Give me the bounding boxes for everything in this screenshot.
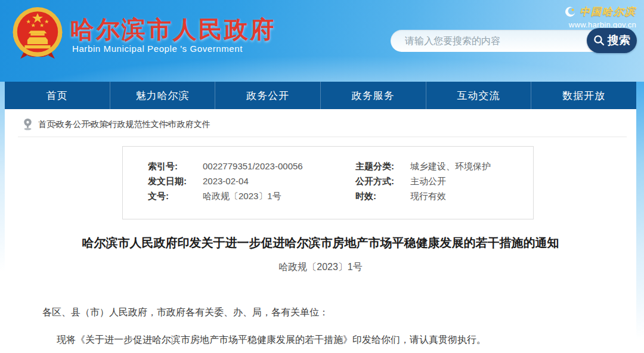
left-background-strip [0,82,5,353]
main-nav: 首页 魅力哈尔滨 政务公开 政务服务 互动交流 数据开放 [5,82,636,109]
meta-value: 2023-02-04 [203,174,249,188]
article-doc-number: 哈政规〔2023〕1号 [5,261,636,274]
meta-row-validity: 时效: 现行有效 [355,188,533,203]
nav-item-gov-disclosure[interactable]: 政务公开 [215,82,320,109]
meta-label: 发文日期: [148,174,203,188]
search-button[interactable]: 搜索 [587,28,637,53]
meta-row-topic-category: 主题分类: 城乡建设、环境保护 [355,159,533,174]
scrollbar[interactable] [636,82,644,353]
nav-item-charming-harbin[interactable]: 魅力哈尔滨 [110,82,215,109]
nav-item-open-data[interactable]: 数据开放 [531,82,636,109]
nav-item-home[interactable]: 首页 [5,82,110,109]
nav-item-gov-services[interactable]: 政务服务 [320,82,426,109]
meta-row-disclosure-method: 公开方式: 主动公开 [355,174,533,188]
article-title: 哈尔滨市人民政府印发关于进一步促进哈尔滨市房地产市场平稳健康发展的若干措施的通知 [5,235,636,251]
breadcrumb-item-home[interactable]: 首页 [38,119,55,129]
meta-value: 城乡建设、环境保护 [410,159,491,174]
main-content: 首页>政务公开>政策>行政规范性文件>市政府文件 索引号: 0022779351… [5,109,636,353]
article-salutation: 各区、县（市）人民政府，市政府各有关委、办、局，各有关单位： [5,305,636,320]
site-subtitle-en: Harbin Municipal People 's Government [72,44,243,54]
meta-label: 文号: [148,188,203,203]
site-header: 哈尔滨市人民政府 Harbin Municipal People 's Gove… [0,0,644,82]
brand-name[interactable]: 中国哈尔滨 [580,5,636,18]
search-bar: 搜索 [391,28,637,53]
brand-block: 中国哈尔滨 www.harbin.gov.cn [565,5,636,29]
location-pin-icon [23,118,33,131]
national-emblem-icon [11,5,64,63]
breadcrumb-item-disclosure[interactable]: 政务公开 [56,119,89,129]
breadcrumb-divider [18,137,627,137]
meta-value: 现行有效 [410,188,446,203]
meta-label: 公开方式: [355,174,410,188]
meta-row-index-number: 索引号: 0022779351/2023-00056 [148,159,355,174]
breadcrumb: 首页>政务公开>政策>行政规范性文件>市政府文件 [5,109,636,137]
site-title: 哈尔滨市人民政府 [70,13,275,46]
harbin-flower-icon [565,6,577,18]
meta-label: 索引号: [148,159,203,174]
meta-label: 时效: [355,188,410,203]
meta-row-issue-date: 发文日期: 2023-02-04 [148,174,355,188]
meta-label: 主题分类: [355,159,410,174]
nav-item-interaction[interactable]: 互动交流 [426,82,531,109]
meta-row-doc-number: 文号: 哈政规〔2023〕1号 [148,188,355,203]
article-body-paragraph: 现将《关于进一步促进哈尔滨市房地产市场平稳健康发展的若干措施》印发给你们，请认真… [5,333,636,347]
meta-value: 主动公开 [410,174,446,188]
search-button-label: 搜索 [608,33,630,48]
search-icon [593,35,605,47]
breadcrumb-item-municipal-docs[interactable]: 市政府文件 [169,119,210,129]
document-meta-box: 索引号: 0022779351/2023-00056 发文日期: 2023-02… [122,146,534,219]
breadcrumb-item-normative-docs[interactable]: 行政规范性文件 [109,119,168,129]
meta-value: 哈政规〔2023〕1号 [203,188,281,203]
meta-value: 0022779351/2023-00056 [203,159,303,174]
